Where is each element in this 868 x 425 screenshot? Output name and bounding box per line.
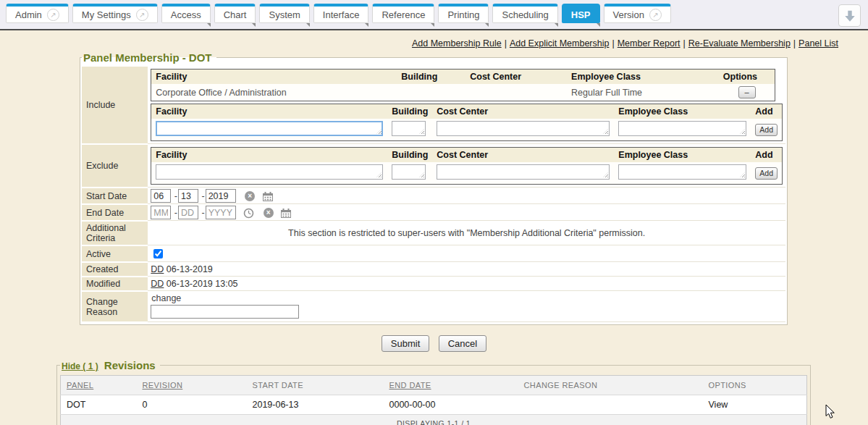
tab-printing[interactable]: Printing [438,4,489,23]
additional-criteria-text: This section is restricted to super-user… [148,222,785,245]
exclude-building-input[interactable] [392,164,426,180]
tab-label: Printing [447,9,479,20]
col-cost-center: Cost Center [432,148,614,163]
tab-my-settings[interactable]: My Settings ↗ [72,4,158,23]
revisions-fieldset: Hide ( 1 ) Revisions PANEL REVISION STAR… [56,359,811,425]
date-separator: - [174,191,177,201]
tab-version[interactable]: Version ↗ [604,4,671,23]
end-date-cell: - - × [148,205,785,220]
remove-rule-button[interactable]: – [738,86,756,98]
rule-employee-class: Regular Full Time [567,84,719,101]
view-revision-link[interactable]: View [709,400,728,410]
col-building: Building [397,70,465,85]
revision-number: 0 [137,395,247,415]
exclude-add-table: Facility Building Cost Center Employee C… [151,147,783,185]
hide-revisions-link[interactable]: Hide ( 1 ) [62,361,98,371]
col-employee-class: Employee Class [614,104,751,119]
modified-label: Modified [82,277,148,290]
link-add-explicit-membership[interactable]: Add Explicit Membership [510,38,610,49]
calendar-icon[interactable] [263,192,273,201]
link-add-membership-rule[interactable]: Add Membership Rule [412,38,502,49]
col-cost-center: Cost Center [432,104,614,119]
submit-button[interactable]: Submit [382,335,429,352]
tab-label: Access [171,9,201,20]
end-date-label: End Date [82,205,148,220]
external-link-icon: ↗ [47,9,59,21]
exclude-cost-center-input[interactable] [437,164,610,180]
date-separator: - [201,191,204,201]
include-building-input[interactable] [392,121,426,136]
sort-panel-link[interactable]: PANEL [67,381,93,390]
exclude-employee-class-input[interactable] [618,164,746,180]
end-year-input[interactable] [206,206,236,219]
tab-system[interactable]: System [259,4,309,23]
include-add-button[interactable]: Add [755,124,778,136]
action-links-bar: Add Membership Rule|Add Explicit Members… [0,38,838,49]
tab-label: My Settings [82,9,131,20]
include-cost-center-input[interactable] [437,121,610,136]
panel-membership-fieldset: Panel Membership - DOT Include Facility … [80,51,788,325]
tab-chart[interactable]: Chart [214,4,256,23]
revision-end-date: 0000-00-00 [384,395,518,415]
revisions-table: PANEL REVISION START DATE END DATE CHANG… [60,375,807,425]
tab-label: Chart [224,9,247,20]
modified-date: 06-13-2019 13:05 [167,279,238,289]
scroll-down-button[interactable] [838,4,861,27]
end-day-input[interactable] [178,206,198,219]
start-month-input[interactable] [151,189,171,203]
external-link-icon: ↗ [649,9,662,21]
revision-start-date: 2019-06-13 [247,395,384,415]
change-reason-input[interactable] [151,305,299,319]
paging-status: DISPLAYING 1-1 / 1 [61,415,807,425]
app-window: Admin ↗ My Settings ↗ Access Chart Syste… [0,0,868,425]
external-link-icon: ↗ [136,9,148,21]
sort-end-date-link[interactable]: END DATE [389,381,431,390]
link-panel-list[interactable]: Panel List [799,38,838,49]
revision-change-reason [518,395,703,415]
include-employee-class-input[interactable] [618,121,746,136]
revision-panel: DOT [61,395,137,415]
tab-label: Scheduling [502,9,548,20]
tab-admin[interactable]: Admin ↗ [6,4,69,23]
date-separator: - [201,208,204,218]
modified-user-link[interactable]: DD [151,279,164,289]
clear-date-icon[interactable]: × [245,191,255,201]
include-add-table: Facility Building Cost Center Employee C… [151,104,783,141]
tab-scheduling[interactable]: Scheduling [492,4,557,23]
col-options: OPTIONS [703,376,807,395]
tab-access[interactable]: Access [161,4,211,23]
link-re-evaluate-membership[interactable]: Re-Evaluate Membership [688,38,791,49]
form-buttons: Submit Cancel [0,335,868,352]
col-add: Add [751,104,782,119]
tab-label: HSP [571,9,591,20]
col-facility: Facility [151,70,397,85]
membership-rule-row: Corporate Office / Administration Regula… [151,84,775,101]
tab-label: Reference [382,9,425,20]
rule-facility: Corporate Office / Administration [151,84,397,101]
clear-date-icon[interactable]: × [264,208,274,218]
end-month-input[interactable] [151,206,171,219]
tab-interface[interactable]: Interface [313,4,369,23]
clock-icon[interactable] [243,208,254,219]
rule-cost-center [465,84,567,101]
col-add: Add [751,148,782,163]
link-member-report[interactable]: Member Report [618,38,681,49]
start-day-input[interactable] [178,189,198,203]
include-facility-input[interactable] [156,121,383,136]
exclude-facility-input[interactable] [156,164,383,180]
created-user-link[interactable]: DD [151,264,164,274]
sort-revision-link[interactable]: REVISION [143,381,183,390]
created-date: 06-13-2019 [167,264,213,274]
change-reason-label: Change Reason [82,292,148,321]
calendar-icon[interactable] [281,209,291,218]
cancel-button[interactable]: Cancel [439,335,486,352]
tab-hsp-active[interactable]: HSP [562,4,600,23]
exclude-add-button[interactable]: Add [755,167,778,180]
tab-reference[interactable]: Reference [372,4,434,23]
active-checkbox[interactable] [153,249,163,258]
options-header: OPTIONS [709,381,746,390]
col-cost-center: Cost Center [465,70,567,85]
panel-title: Panel Membership - DOT [82,51,216,64]
change-reason-header: CHANGE REASON [524,381,598,390]
start-year-input[interactable] [206,189,236,203]
